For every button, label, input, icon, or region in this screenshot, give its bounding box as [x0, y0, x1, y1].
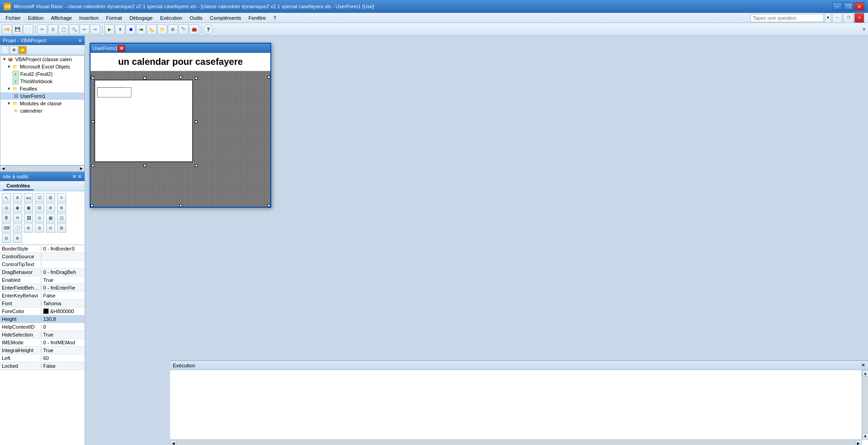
search-input[interactable] — [750, 14, 824, 22]
project-tree[interactable]: ▼ 📦 VBAProject (classe calen ▼ 📁 Microso… — [0, 55, 85, 165]
menu-fichier[interactable]: Fichier — [2, 14, 24, 22]
execution-close-button[interactable]: ✕ — [861, 362, 865, 368]
tool-radiobutton[interactable]: ◎ — [2, 203, 11, 212]
tree-item-userform1[interactable]: 🖼 UserForm1 — [0, 92, 84, 100]
outer-handle-bl[interactable] — [91, 204, 93, 207]
tb-copy-button[interactable]: ⎘ — [48, 24, 58, 34]
execution-body[interactable] — [170, 370, 868, 439]
outer-handle-br[interactable] — [268, 204, 270, 207]
tool-extra8[interactable]: ⊞ — [57, 223, 66, 233]
tb-stop-button[interactable]: ⏹ — [126, 24, 136, 34]
tool-spinbutton[interactable]: ⟲ — [13, 213, 22, 222]
tb-properties-button[interactable]: ⊞ — [168, 24, 178, 34]
search-restore-button[interactable]: ❐ — [843, 13, 853, 23]
tool-pointer[interactable]: ↖ — [2, 193, 11, 202]
tb-cut-button[interactable]: ✂ — [37, 24, 47, 34]
userform-body[interactable] — [91, 71, 270, 207]
menu-affichage[interactable]: Affichage — [47, 14, 76, 22]
tree-item-excelobj-folder[interactable]: ▼ 📁 Microsoft Excel Objets — [0, 63, 84, 70]
tool-extra4[interactable]: 🕐 — [13, 223, 22, 233]
project-view-code[interactable]: 📄 — [1, 46, 9, 54]
tb-projectexplorer-button[interactable]: 📁 — [157, 24, 167, 34]
menu-insertion[interactable]: Insertion — [75, 14, 102, 22]
project-panel-close[interactable]: ✕ — [78, 38, 82, 43]
prop-value-enabled[interactable]: True — [41, 277, 85, 283]
project-hscroll[interactable]: ◀ ▶ — [0, 165, 85, 171]
tool-textbox[interactable]: ab| — [24, 193, 33, 202]
search-minimize-button[interactable]: ─ — [832, 13, 842, 23]
search-dropdown[interactable]: ▼ — [825, 13, 831, 23]
search-close-button[interactable]: ✕ — [854, 13, 864, 23]
tool-extra7[interactable]: ⊝ — [46, 223, 55, 233]
tool-frame[interactable]: ▣ — [24, 203, 33, 212]
project-view-object[interactable]: ⊞ — [10, 46, 18, 54]
tb-run-button[interactable]: ▶ — [104, 24, 114, 34]
tb-reset-button[interactable]: ⏮ — [136, 24, 146, 34]
toolbar-more-button[interactable]: ▼ — [862, 27, 866, 32]
tool-commandbutton[interactable]: ⊟ — [35, 203, 44, 212]
prop-value-locked[interactable]: False — [41, 363, 85, 369]
prop-value-hideselection[interactable]: True — [41, 332, 85, 337]
tool-extra1[interactable]: ▦ — [46, 213, 55, 222]
tb-paste-button[interactable]: 📋 — [58, 24, 69, 34]
tool-multipage[interactable]: ⊗ — [57, 203, 66, 212]
exec-hscroll-left[interactable]: ◀ — [170, 440, 177, 445]
menu-execution[interactable]: Exécution — [156, 14, 186, 22]
prop-value-enterkeybehavi[interactable]: False — [41, 293, 85, 298]
userform-close-button[interactable]: ✕ — [118, 45, 125, 51]
tree-item-modules-folder[interactable]: ▼ 📁 Modules de classe — [0, 100, 84, 107]
prop-value-left[interactable]: 60 — [41, 355, 85, 361]
prop-value-enterfieldbehav[interactable]: 0 - fmEnterFie — [41, 285, 85, 291]
tb-save2-button[interactable]: 📄 — [23, 24, 33, 34]
tb-pause-button[interactable]: ⏸ — [115, 24, 125, 34]
tool-scrollbar[interactable]: ≣ — [2, 213, 11, 222]
close-button[interactable]: ✕ — [854, 2, 864, 11]
menu-outils[interactable]: Outils — [186, 14, 206, 22]
prop-value-forecolor[interactable]: &H800000 — [41, 308, 85, 314]
tb-objectbrowser-button[interactable]: 🔭 — [178, 24, 188, 34]
tool-bot2[interactable]: ⊕ — [13, 234, 22, 243]
prop-value-dragbehavior[interactable]: 0 - fmDragBeh — [41, 269, 85, 275]
prop-value-height[interactable]: 130,8 — [41, 316, 85, 322]
prop-value-helpcontextid[interactable]: 0 — [41, 324, 85, 330]
tool-combobox[interactable]: ⊞ — [46, 193, 55, 202]
handle-br[interactable] — [195, 164, 198, 167]
exec-vscroll-up[interactable]: ▲ — [862, 370, 868, 377]
exec-vscroll-down[interactable]: ▼ — [862, 433, 868, 439]
outer-handle-bm[interactable] — [179, 204, 182, 207]
menu-help[interactable]: ? — [269, 14, 280, 22]
tb-help-button[interactable]: ? — [203, 24, 213, 34]
exec-hscroll-right[interactable]: ▶ — [855, 440, 862, 445]
menu-edition[interactable]: Edition — [24, 14, 47, 22]
handle-bl[interactable] — [91, 164, 94, 167]
minimize-button[interactable]: ─ — [832, 2, 842, 11]
tool-extra2[interactable]: ◫ — [57, 213, 66, 222]
tb-find-button[interactable]: 🔍 — [69, 24, 79, 34]
tree-item-feuilles-folder[interactable]: ▼ 📁 Feuilles — [0, 85, 84, 92]
tool-refbutton[interactable]: ⊙ — [35, 213, 44, 222]
handle-mr[interactable] — [195, 120, 198, 123]
project-toggle-folders[interactable]: 📁 — [18, 46, 27, 54]
handle-tr[interactable] — [195, 77, 198, 80]
frame-control[interactable] — [94, 80, 193, 162]
toolbox-title-close[interactable]: ✕ ✕ — [72, 174, 82, 180]
tree-item-thisworkbook[interactable]: E ThisWorkbook — [0, 78, 84, 85]
execution-hscroll[interactable]: ◀ ▶ — [170, 439, 862, 445]
tree-item-feuil2[interactable]: E Feuil2 (Feuil2) — [0, 70, 84, 78]
execution-vscroll[interactable]: ▲ ▼ — [862, 370, 868, 439]
handle-bm[interactable] — [143, 164, 146, 167]
inner-textbox[interactable] — [97, 87, 131, 97]
tb-design-button[interactable]: 📐 — [147, 24, 157, 34]
tb-redo-button[interactable]: ↪ — [90, 24, 100, 34]
tb-save-button[interactable]: 💾 — [12, 24, 23, 34]
menu-debogage[interactable]: Débogage — [126, 14, 156, 22]
prop-value-imemode[interactable]: 0 - fmIMEMod — [41, 340, 85, 345]
tool-listbox[interactable]: ≡ — [57, 193, 66, 202]
tool-togglebutton[interactable]: ◉ — [13, 203, 22, 212]
tool-extra6[interactable]: ⊜ — [35, 223, 44, 233]
menu-fenetre[interactable]: Fenêtre — [245, 14, 269, 22]
tool-label[interactable]: A — [13, 193, 22, 202]
prop-value-borderstyle[interactable]: 0 - fmBorderS — [41, 246, 85, 251]
prop-value-integralheight[interactable]: True — [41, 348, 85, 353]
tool-tabstrip[interactable]: ⊕ — [46, 203, 55, 212]
